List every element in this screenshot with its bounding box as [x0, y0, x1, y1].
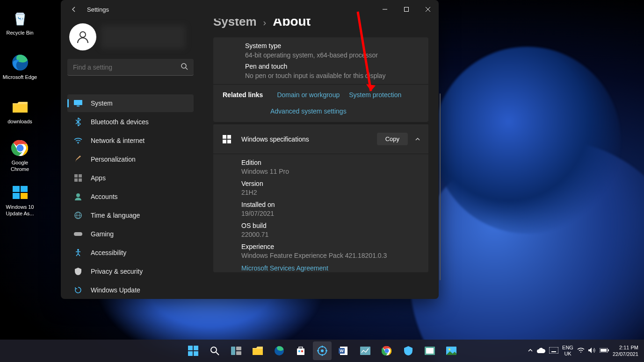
wifi-tray-icon[interactable]	[577, 348, 585, 354]
chevron-up-icon[interactable]	[414, 136, 421, 142]
nav-label: Windows Update	[91, 286, 140, 294]
svg-rect-26	[74, 232, 82, 236]
svg-rect-21	[79, 178, 82, 182]
app-button-2[interactable]	[420, 341, 439, 360]
spec-label: OS build	[241, 222, 419, 229]
avatar	[69, 23, 96, 50]
svg-rect-20	[74, 178, 78, 182]
spec-label: Experience	[241, 243, 419, 250]
svg-rect-41	[236, 347, 241, 350]
nav-item-system[interactable]: System	[67, 94, 194, 112]
svg-point-12	[80, 32, 86, 37]
nav-item-gaming[interactable]: Gaming	[67, 225, 194, 243]
tray-chevron-icon[interactable]	[528, 348, 533, 354]
user-row[interactable]	[67, 23, 194, 50]
spec-value: 64-bit operating system, x64-based proce…	[245, 51, 419, 59]
search-icon	[181, 63, 188, 72]
spec-label: Pen and touch	[245, 63, 419, 70]
desktop-icon-win10-update[interactable]: Windows 10 Update As...	[2, 180, 37, 220]
settings-button[interactable]	[313, 341, 332, 360]
nav-label: Accessibility	[91, 249, 126, 256]
svg-rect-42	[236, 351, 241, 355]
spec-label: System type	[245, 42, 419, 50]
file-explorer-button[interactable]	[248, 341, 267, 360]
task-view-button[interactable]	[227, 341, 246, 360]
store-button[interactable]	[291, 341, 310, 360]
chevron-right-icon: ›	[263, 19, 267, 28]
desktop-icons: Recycle Bin Microsoft Edge downloads Goo…	[2, 2, 40, 224]
svg-rect-45	[297, 348, 304, 355]
copy-button[interactable]: Copy	[377, 133, 408, 145]
nav-item-time-language[interactable]: Time & language	[67, 206, 194, 224]
nav-item-privacy[interactable]: Privacy & security	[67, 263, 194, 280]
taskbar-tray: ENGUK 2:11 PM22/07/2021	[528, 344, 644, 358]
nav-item-personalization[interactable]: Personalization	[67, 150, 194, 168]
breadcrumb: System › About	[213, 19, 428, 29]
titlebar: Settings	[61, 0, 439, 19]
nav-list: System Bluetooth & devices Network & int…	[67, 94, 194, 299]
back-button[interactable]	[69, 5, 79, 14]
keyboard-icon[interactable]	[549, 347, 558, 355]
desktop-icon-edge[interactable]: Microsoft Edge	[2, 47, 37, 86]
nav-label: Time & language	[91, 212, 140, 219]
edge-button[interactable]	[270, 341, 289, 360]
search-input[interactable]	[67, 59, 194, 76]
nav-item-network[interactable]: Network & internet	[67, 132, 194, 149]
svg-rect-6	[13, 193, 20, 199]
nav-item-bluetooth[interactable]: Bluetooth & devices	[67, 113, 194, 131]
svg-rect-71	[608, 349, 609, 351]
battery-tray-icon[interactable]	[600, 348, 609, 354]
svg-rect-37	[194, 351, 198, 356]
spec-value: 22000.71	[241, 231, 419, 238]
windows-update-icon	[10, 183, 30, 202]
nav-label: System	[91, 99, 113, 107]
volume-tray-icon[interactable]	[588, 347, 596, 355]
photos-button[interactable]	[442, 341, 461, 360]
search-button[interactable]	[205, 341, 224, 360]
clock[interactable]: 2:11 PM22/07/2021	[613, 344, 638, 358]
spec-label: Version	[241, 180, 419, 187]
desktop-icon-recycle-bin[interactable]: Recycle Bin	[2, 2, 37, 42]
svg-rect-46	[298, 350, 300, 352]
maximize-button[interactable]	[396, 0, 417, 19]
svg-rect-36	[188, 351, 193, 356]
nav-label: Bluetooth & devices	[91, 118, 149, 126]
onedrive-icon[interactable]	[537, 348, 545, 354]
language-indicator[interactable]: ENGUK	[562, 345, 573, 357]
svg-rect-31	[227, 140, 231, 143]
svg-rect-43	[253, 349, 263, 355]
desktop-icon-downloads[interactable]: downloads	[2, 91, 37, 131]
svg-line-39	[216, 352, 219, 355]
svg-point-27	[77, 249, 79, 251]
app-button[interactable]	[356, 341, 375, 360]
nav-item-accessibility[interactable]: Accessibility	[67, 244, 194, 262]
taskbar-center: W	[184, 341, 461, 360]
minimize-button[interactable]	[374, 0, 396, 19]
breadcrumb-parent[interactable]: System	[213, 19, 257, 29]
nav-item-apps[interactable]: Apps	[67, 169, 194, 187]
nav-label: Privacy & security	[91, 268, 143, 275]
section-header[interactable]: Windows specifications Copy	[213, 124, 428, 154]
svg-point-38	[211, 347, 217, 353]
svg-point-22	[76, 193, 80, 197]
desktop-icon-chrome[interactable]: Google Chrome	[2, 135, 37, 175]
svg-rect-64	[549, 347, 558, 354]
word-button[interactable]: W	[334, 341, 353, 360]
link-domain-workgroup[interactable]: Domain or workgroup	[277, 91, 340, 99]
start-button[interactable]	[184, 341, 203, 360]
desktop-icon-label: Microsoft Edge	[3, 74, 37, 80]
link-advanced-system-settings[interactable]: Advanced system settings	[270, 107, 347, 115]
accessibility-icon	[74, 248, 82, 257]
section-title: Windows specifications	[241, 135, 377, 143]
nav-item-accounts[interactable]: Accounts	[67, 188, 194, 206]
close-button[interactable]	[417, 0, 439, 19]
nav-item-windows-update[interactable]: Windows Update	[67, 281, 194, 299]
spec-value: 19/07/2021	[241, 210, 419, 217]
desktop-icon-label: Windows 10 Update As...	[2, 204, 37, 216]
svg-text:W: W	[340, 348, 344, 353]
chrome-button[interactable]	[377, 341, 396, 360]
security-button[interactable]	[399, 341, 418, 360]
link-ms-services-agreement[interactable]: Microsoft Services Agreement	[241, 264, 328, 272]
link-system-protection[interactable]: System protection	[349, 91, 401, 99]
bluetooth-icon	[74, 118, 82, 126]
